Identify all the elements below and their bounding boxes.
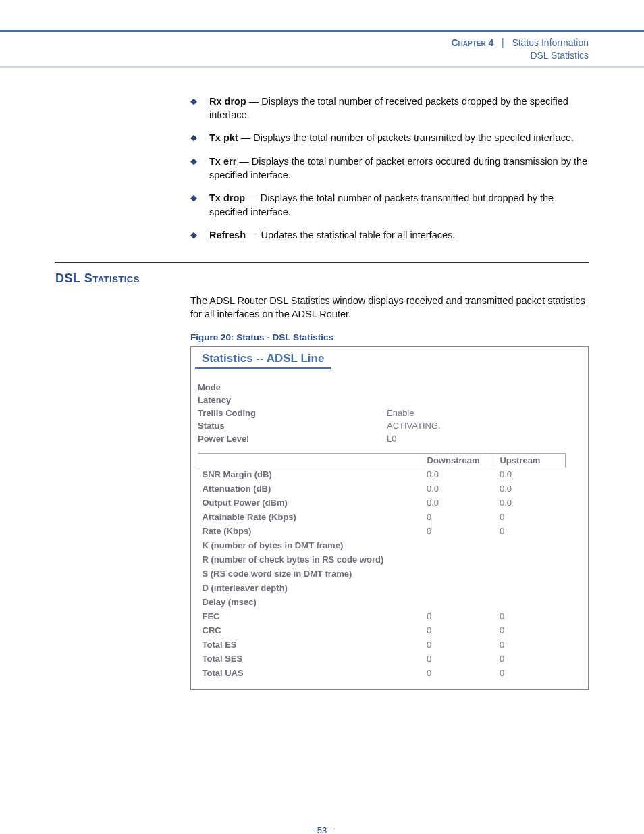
definition-item: Tx err — Displays the total number of pa… (190, 155, 589, 182)
table-row: Attenuation (dB)0.00.0 (198, 481, 566, 496)
row-upstream: 0.0 (495, 496, 566, 510)
table-row: R (number of check bytes in RS code word… (198, 552, 566, 567)
row-upstream (495, 581, 566, 595)
row-label: SNR Margin (dB) (198, 467, 423, 481)
term-desc: — Displays the total number of received … (209, 96, 568, 120)
row-upstream (495, 595, 566, 609)
screenshot-title: Statistics -- ADSL Line (195, 348, 331, 369)
table-row: S (RS code word size in DMT frame) (198, 567, 566, 581)
term-desc: — Displays the total number of packet er… (209, 156, 587, 180)
col-header-downstream: Downstream (423, 453, 495, 467)
screenshot-panel: Statistics -- ADSL Line Mode Latency Tre… (190, 346, 589, 690)
prop-label: Trellis Coding (198, 408, 387, 418)
prop-label: Mode (198, 382, 387, 392)
intro-paragraph: The ADSL Router DSL Statistics window di… (190, 294, 589, 321)
running-header: Chapter 4 | Status Information DSL Stati… (0, 32, 644, 62)
row-upstream: 0 (495, 524, 566, 538)
section-label: Status Information (512, 37, 589, 48)
term-desc: — Updates the statistical table for all … (246, 230, 455, 240)
figure-caption: Figure 20: Status - DSL Statistics (190, 332, 589, 342)
prop-value: ACTIVATING. (387, 421, 441, 431)
table-row: K (number of bytes in DMT frame) (198, 538, 566, 552)
row-label: Rate (Kbps) (198, 524, 423, 538)
table-row: D (interleaver depth) (198, 581, 566, 595)
row-downstream: 0.0 (423, 467, 495, 481)
row-downstream: 0 (423, 609, 495, 623)
row-label: CRC (198, 623, 423, 637)
prop-label: Latency (198, 395, 387, 405)
prop-label: Power Level (198, 434, 387, 444)
table-row: Total SES00 (198, 652, 566, 666)
prop-row: Status ACTIVATING. (198, 421, 581, 431)
content-area: Rx drop — Displays the total number of r… (0, 68, 644, 690)
row-label: K (number of bytes in DMT frame) (198, 538, 423, 552)
prop-value: L0 (387, 434, 396, 444)
section-rule (55, 262, 589, 263)
row-label: D (interleaver depth) (198, 581, 423, 595)
term-desc: — Displays the total number of packets t… (238, 132, 574, 143)
table-header-row: Downstream Upstream (198, 453, 566, 467)
row-label: Total UAS (198, 666, 423, 680)
prop-row: Trellis Coding Enable (198, 408, 581, 418)
row-downstream (423, 567, 495, 581)
prop-row: Mode (198, 382, 581, 392)
row-label: Attainable Rate (Kbps) (198, 510, 423, 524)
table-row: Output Power (dBm)0.00.0 (198, 496, 566, 510)
row-upstream (495, 567, 566, 581)
row-upstream: 0.0 (495, 467, 566, 481)
term: Rx drop (209, 96, 246, 107)
table-row: FEC00 (198, 609, 566, 623)
row-label: Attenuation (dB) (198, 481, 423, 496)
row-upstream: 0.0 (495, 481, 566, 496)
table-row: CRC00 (198, 623, 566, 637)
row-label: Output Power (dBm) (198, 496, 423, 510)
row-upstream: 0 (495, 666, 566, 680)
row-downstream (423, 552, 495, 567)
table-row: SNR Margin (dB)0.00.0 (198, 467, 566, 481)
statistics-table: Downstream Upstream SNR Margin (dB)0.00.… (198, 453, 566, 680)
header-separator: | (502, 37, 504, 48)
row-upstream (495, 538, 566, 552)
table-row: Total ES00 (198, 637, 566, 652)
row-label: Total SES (198, 652, 423, 666)
row-label: R (number of check bytes in RS code word… (198, 552, 423, 567)
table-row: Total UAS00 (198, 666, 566, 680)
row-downstream (423, 595, 495, 609)
row-downstream: 0 (423, 623, 495, 637)
chapter-label: Chapter 4 (451, 37, 493, 48)
row-upstream: 0 (495, 510, 566, 524)
term: Tx drop (209, 192, 245, 203)
definition-item: Tx drop — Displays the total number of p… (190, 191, 589, 219)
row-downstream: 0.0 (423, 481, 495, 496)
definition-list: Rx drop — Displays the total number of r… (190, 95, 589, 242)
row-downstream: 0 (423, 524, 495, 538)
prop-row: Latency (198, 395, 581, 405)
section-heading: DSL Statistics (55, 271, 589, 286)
term-desc: — Displays the total number of packets t… (209, 192, 554, 217)
row-label: FEC (198, 609, 423, 623)
table-row: Rate (Kbps)00 (198, 524, 566, 538)
prop-value: Enable (387, 408, 414, 418)
row-label: S (RS code word size in DMT frame) (198, 567, 423, 581)
prop-label: Status (198, 421, 387, 431)
definition-item: Refresh — Updates the statistical table … (190, 228, 589, 242)
row-label: Delay (msec) (198, 595, 423, 609)
row-downstream: 0 (423, 637, 495, 652)
prop-row: Power Level L0 (198, 434, 581, 444)
row-upstream: 0 (495, 637, 566, 652)
row-downstream: 0.0 (423, 496, 495, 510)
term: Tx err (209, 156, 236, 167)
definition-item: Tx pkt — Displays the total number of pa… (190, 131, 589, 145)
row-downstream (423, 538, 495, 552)
definition-item: Rx drop — Displays the total number of r… (190, 95, 589, 122)
col-header-upstream: Upstream (495, 453, 566, 467)
row-downstream: 0 (423, 666, 495, 680)
page-number: – 53 – (0, 825, 644, 834)
table-row: Attainable Rate (Kbps)00 (198, 510, 566, 524)
row-downstream (423, 581, 495, 595)
row-downstream: 0 (423, 510, 495, 524)
term: Tx pkt (209, 132, 238, 143)
row-upstream: 0 (495, 609, 566, 623)
screenshot-body: Mode Latency Trellis Coding Enable Statu… (191, 369, 588, 689)
row-downstream: 0 (423, 652, 495, 666)
